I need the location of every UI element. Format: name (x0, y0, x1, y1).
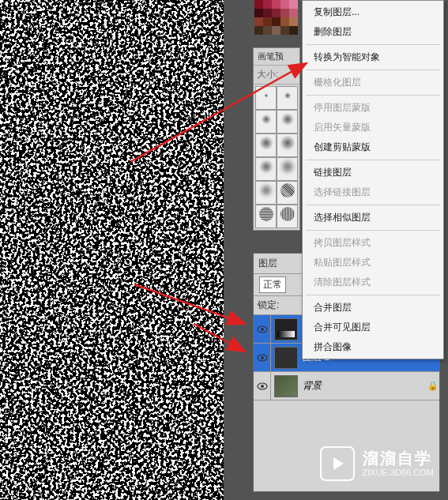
noise-pattern (0, 0, 224, 500)
layer-name[interactable]: 背景 (301, 379, 427, 393)
document-canvas[interactable] (0, 0, 224, 500)
brush-presets-panel[interactable]: 画笔预 大小: (253, 47, 300, 231)
visibility-toggle[interactable] (254, 344, 271, 372)
menu-separator (306, 295, 440, 295)
svg-rect-1 (0, 0, 224, 500)
brush-preset[interactable] (277, 110, 298, 133)
menu-item: 清除图层样式 (303, 273, 443, 292)
brush-size-label: 大小: (257, 68, 278, 81)
visibility-toggle[interactable] (254, 372, 271, 400)
menu-item[interactable]: 创建剪贴蒙版 (303, 137, 443, 157)
brush-preset[interactable] (277, 181, 298, 205)
menu-item: 选择链接图层 (303, 182, 443, 202)
visibility-toggle[interactable] (254, 315, 271, 344)
svg-point-7 (261, 385, 264, 388)
menu-item[interactable]: 合并可见图层 (303, 318, 443, 337)
layer-row-background[interactable]: 背景 🔒 (254, 372, 439, 400)
brush-preset[interactable] (255, 181, 277, 205)
watermark-logo (320, 446, 355, 481)
menu-item[interactable]: 拼合图像 (303, 337, 443, 357)
menu-item[interactable]: 复制图层... (303, 2, 443, 22)
brush-preset[interactable] (255, 157, 277, 181)
menu-item: 拷贝图层样式 (303, 233, 443, 253)
layer-thumb (274, 347, 298, 369)
svg-point-3 (261, 328, 264, 331)
menu-separator (306, 230, 440, 231)
menu-separator (306, 70, 440, 70)
menu-item[interactable]: 转换为智能对象 (303, 47, 443, 67)
layer-context-menu[interactable]: 复制图层...删除图层转换为智能对象栅格化图层停用图层蒙版启用矢量蒙版创建剪贴蒙… (302, 0, 444, 359)
menu-item[interactable]: 删除图层 (303, 22, 443, 42)
menu-item[interactable]: 合并图层 (303, 298, 443, 318)
brush-preset[interactable] (277, 205, 298, 228)
brush-preset[interactable] (277, 86, 298, 110)
menu-item: 启用矢量蒙版 (303, 118, 443, 137)
menu-separator (306, 44, 440, 45)
brush-preset[interactable] (277, 157, 298, 181)
menu-item: 栅格化图层 (303, 73, 443, 92)
brush-tab[interactable]: 画笔预 (254, 48, 299, 66)
layer-thumb (274, 375, 298, 397)
watermark: 溜溜自学 ZIXUE.3D66.COM (320, 446, 434, 481)
brush-preset[interactable] (255, 86, 277, 110)
svg-point-5 (261, 356, 264, 359)
brush-preset[interactable] (255, 110, 277, 133)
lock-icon: 🔒 (427, 381, 439, 391)
watermark-title: 溜溜自学 (363, 449, 434, 468)
watermark-url: ZIXUE.3D66.COM (363, 468, 434, 478)
menu-separator (306, 160, 440, 160)
menu-item: 粘贴图层样式 (303, 253, 443, 273)
menu-item[interactable]: 选择相似图层 (303, 208, 443, 227)
brush-preset[interactable] (255, 133, 277, 157)
swatches-panel[interactable] (254, 0, 300, 37)
menu-item: 停用图层蒙版 (303, 98, 443, 118)
menu-separator (306, 95, 440, 96)
adjustment-thumb (274, 318, 298, 340)
brush-preset[interactable] (255, 205, 277, 228)
brush-grid (254, 85, 299, 230)
brush-preset[interactable] (277, 133, 298, 157)
blend-mode-select[interactable]: 正常 (259, 276, 286, 293)
menu-separator (306, 205, 440, 205)
menu-item[interactable]: 链接图层 (303, 163, 443, 182)
